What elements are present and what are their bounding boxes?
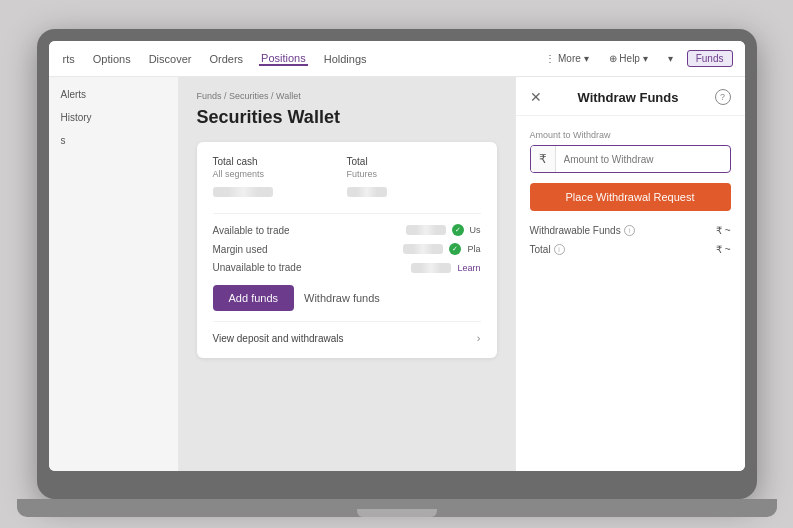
nav-right: ⋮ More ▾ ⊕ Help ▾ ▾ Funds xyxy=(539,50,732,67)
more-button[interactable]: ⋮ More ▾ xyxy=(539,51,594,66)
nav-item-positions[interactable]: Positions xyxy=(259,52,308,66)
sidebar-item-history[interactable]: History xyxy=(49,108,178,127)
wallet-row-top: Total cash All segments Total Futures xyxy=(213,156,481,201)
wallet-actions: Add funds Withdraw funds xyxy=(213,285,481,311)
place-withdrawal-button[interactable]: Place Withdrawal Request xyxy=(530,183,731,211)
withdrawable-info-icon[interactable]: i xyxy=(624,225,635,236)
available-trade-shimmer xyxy=(406,225,446,235)
total-futures-col: Total Futures xyxy=(347,156,481,201)
available-trade-check: ✓ xyxy=(452,224,464,236)
withdraw-funds-button[interactable]: Withdraw funds xyxy=(304,285,380,311)
margin-used-value: ✓ Pla xyxy=(403,243,480,255)
available-to-trade-label: Available to trade xyxy=(213,225,290,236)
wallet-card: Total cash All segments Total Futures xyxy=(197,142,497,358)
nav-item-orders[interactable]: Orders xyxy=(207,53,245,65)
left-sidebar: Alerts History s xyxy=(49,77,179,471)
withdraw-panel: ✕ Withdraw Funds ? Amount to Withdraw ₹ … xyxy=(515,77,745,471)
withdraw-header: ✕ Withdraw Funds ? xyxy=(516,77,745,116)
add-funds-button[interactable]: Add funds xyxy=(213,285,295,311)
available-trade-text: Us xyxy=(470,225,481,235)
unavailable-label: Unavailable to trade xyxy=(213,262,302,273)
total-futures-label: Total xyxy=(347,156,481,167)
withdraw-title: Withdraw Funds xyxy=(578,90,679,105)
total-futures-shimmer xyxy=(347,187,387,197)
margin-shimmer xyxy=(403,244,443,254)
chevron-right-icon: › xyxy=(477,332,481,344)
breadcrumb: Funds / Securities / Wallet xyxy=(197,91,497,101)
total-cash-label: Total cash xyxy=(213,156,347,167)
learn-more-link[interactable]: Learn xyxy=(457,263,480,273)
nav-item-rts[interactable]: rts xyxy=(61,53,77,65)
unavailable-row: Unavailable to trade Learn xyxy=(213,262,481,273)
wallet-title: Securities Wallet xyxy=(197,107,497,128)
margin-used-label: Margin used xyxy=(213,244,268,255)
total-cash-sub: All segments xyxy=(213,169,347,179)
nav-item-options[interactable]: Options xyxy=(91,53,133,65)
total-cash-shimmer xyxy=(213,187,273,197)
nav-item-holdings[interactable]: Holdings xyxy=(322,53,369,65)
amount-input[interactable] xyxy=(556,148,730,171)
laptop-base xyxy=(17,499,777,517)
help-button[interactable]: ⊕ Help ▾ xyxy=(603,51,654,66)
main-content: Alerts History s Funds / Securities / Wa… xyxy=(49,77,745,471)
nav-item-discover[interactable]: Discover xyxy=(147,53,194,65)
total-futures-sub: Futures xyxy=(347,169,481,179)
total-cash-col: Total cash All segments xyxy=(213,156,347,201)
unavailable-shimmer xyxy=(411,263,451,273)
total-row: Total i ₹ ~ xyxy=(530,244,731,255)
margin-check: ✓ xyxy=(449,243,461,255)
wallet-details: Available to trade ✓ Us Margin used xyxy=(213,213,481,273)
withdraw-body: Amount to Withdraw ₹ Place Withdrawal Re… xyxy=(516,116,745,471)
margin-text: Pla xyxy=(467,244,480,254)
close-icon[interactable]: ✕ xyxy=(530,89,542,105)
total-value: ₹ ~ xyxy=(716,244,731,255)
margin-used-row: Margin used ✓ Pla xyxy=(213,243,481,255)
sidebar-item-alerts[interactable]: Alerts xyxy=(49,85,178,104)
sidebar-item-s[interactable]: s xyxy=(49,131,178,150)
withdrawable-funds-value: ₹ ~ xyxy=(716,225,731,236)
withdrawable-funds-row: Withdrawable Funds i ₹ ~ xyxy=(530,225,731,236)
view-deposits-label[interactable]: View deposit and withdrawals xyxy=(213,333,344,344)
view-deposits-row[interactable]: View deposit and withdrawals › xyxy=(213,321,481,344)
available-to-trade-value: ✓ Us xyxy=(406,224,481,236)
profile-button[interactable]: ▾ xyxy=(662,51,679,66)
available-to-trade-row: Available to trade ✓ Us xyxy=(213,224,481,236)
currency-symbol: ₹ xyxy=(531,146,556,172)
amount-input-wrapper: ₹ xyxy=(530,145,731,173)
withdrawable-funds-label: Withdrawable Funds i xyxy=(530,225,635,236)
help-icon[interactable]: ? xyxy=(715,89,731,105)
funds-button[interactable]: Funds xyxy=(687,50,733,67)
laptop-notch xyxy=(357,509,437,517)
total-info-icon[interactable]: i xyxy=(554,244,565,255)
unavailable-value: Learn xyxy=(411,263,480,273)
top-nav: rts Options Discover Orders Positions Ho… xyxy=(49,41,745,77)
total-label: Total i xyxy=(530,244,565,255)
amount-field-label: Amount to Withdraw xyxy=(530,130,731,140)
wallet-panel: Funds / Securities / Wallet Securities W… xyxy=(179,77,515,471)
